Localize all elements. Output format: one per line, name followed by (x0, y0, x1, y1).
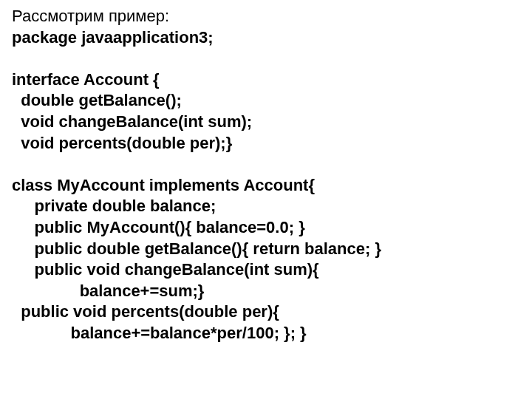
code-line: interface Account { (12, 69, 520, 91)
blank-line (12, 48, 520, 69)
code-line: public MyAccount(){ balance=0.0; } (12, 217, 520, 239)
intro-text: Рассмотрим пример: (12, 6, 520, 27)
code-line: double getBalance(); (12, 90, 520, 112)
code-line: package javaapplication3; (12, 27, 520, 49)
code-slide: Рассмотрим пример: package javaapplicati… (0, 0, 532, 399)
code-line: balance+=sum;} (12, 281, 520, 302)
code-line: class MyAccount implements Account{ (12, 175, 520, 197)
code-line: public void changeBalance(int sum){ (12, 259, 520, 281)
blank-line (12, 154, 520, 175)
code-line: void changeBalance(int sum); (12, 112, 520, 133)
code-line: balance+=balance*per/100; }; } (12, 323, 520, 344)
code-line: void percents(double per);} (12, 133, 520, 154)
code-line: public double getBalance(){ return balan… (12, 239, 520, 260)
code-line: public void percents(double per){ (12, 301, 520, 323)
code-line: private double balance; (12, 196, 520, 217)
